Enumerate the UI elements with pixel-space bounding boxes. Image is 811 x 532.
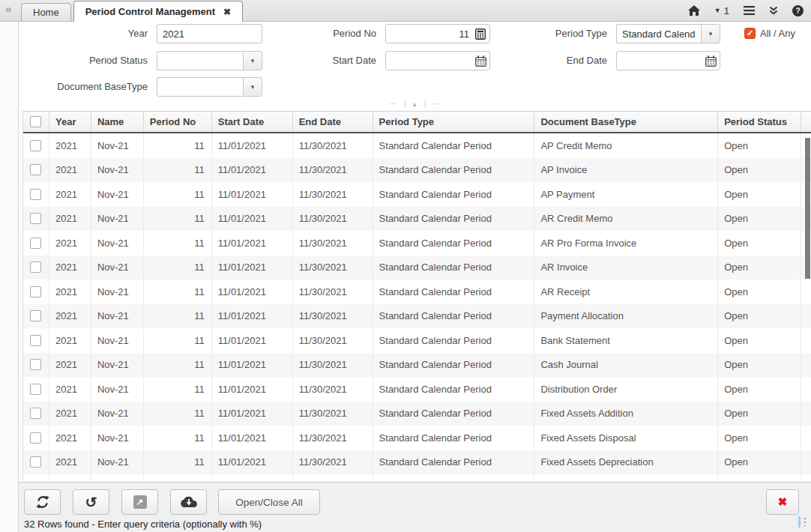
column-header-document-basetype[interactable]: Document BaseType bbox=[534, 112, 718, 132]
row-checkbox[interactable] bbox=[30, 456, 41, 468]
all-any-checkbox[interactable]: ✓ All / Any bbox=[744, 28, 795, 39]
end-date-field-wrap bbox=[616, 51, 720, 70]
cell-period-no: 11 bbox=[144, 377, 212, 402]
column-header-year[interactable]: Year bbox=[49, 112, 91, 132]
period-type-input[interactable] bbox=[616, 24, 701, 43]
row-checkbox[interactable] bbox=[30, 140, 41, 151]
table-row[interactable]: 2021 Nov-21 11 11/01/2021 11/30/2021 Sta… bbox=[23, 353, 811, 378]
row-checkbox[interactable] bbox=[30, 432, 41, 444]
cell-period-status: Open bbox=[718, 231, 801, 256]
table-row[interactable]: 2021 Nov-21 11 11/01/2021 11/30/2021 Sta… bbox=[23, 133, 811, 158]
undo-button[interactable]: ↺ bbox=[73, 489, 109, 515]
tab-close-icon[interactable]: ✖ bbox=[223, 7, 231, 17]
row-checkbox[interactable] bbox=[30, 408, 41, 419]
table-row[interactable]: 2021 Nov-21 11 11/01/2021 11/30/2021 Sta… bbox=[23, 207, 811, 232]
table-row[interactable]: 2021 Nov-21 11 11/01/2021 11/30/2021 Sta… bbox=[23, 256, 811, 280]
table-row[interactable]: 2021 Nov-21 11 11/01/2021 11/30/2021 Sta… bbox=[23, 426, 811, 450]
end-date-label: End Date bbox=[476, 51, 607, 70]
cell-year: 2021 bbox=[49, 158, 91, 183]
cell-end-date: 11/30/2021 bbox=[293, 207, 373, 232]
period-type-dropdown-button[interactable]: ▾ bbox=[701, 24, 720, 43]
table-row[interactable]: 2021 Nov-21 11 11/01/2021 11/30/2021 Sta… bbox=[23, 279, 811, 304]
all-any-label: All / Any bbox=[760, 28, 795, 39]
tab-strip: Home Period Control Management ✖ bbox=[21, 0, 245, 21]
row-checkbox-cell bbox=[23, 304, 49, 329]
open-close-all-button[interactable]: Open/Close All bbox=[218, 489, 320, 515]
row-checkbox-cell bbox=[23, 158, 49, 183]
select-all-checkbox[interactable] bbox=[30, 116, 41, 127]
collapse-header-button[interactable] bbox=[769, 6, 778, 15]
column-header-period-status[interactable]: Period Status bbox=[718, 112, 801, 132]
home-icon bbox=[688, 5, 700, 16]
cell-start-date: 11/01/2021 bbox=[212, 328, 293, 353]
cell-period-no: 11 bbox=[144, 402, 212, 426]
row-checkbox[interactable] bbox=[30, 310, 41, 321]
cell-period-status: Open bbox=[718, 450, 801, 475]
table-row[interactable]: 2021 Nov-21 11 11/01/2021 11/30/2021 Sta… bbox=[23, 450, 811, 475]
splitter-grip-left[interactable]: ⋯ bbox=[389, 100, 397, 108]
row-checkbox[interactable] bbox=[30, 359, 41, 370]
cell-start-date: 11/01/2021 bbox=[212, 279, 293, 304]
cell-year: 2021 bbox=[49, 328, 91, 353]
row-checkbox[interactable] bbox=[30, 384, 41, 395]
row-checkbox[interactable] bbox=[30, 213, 41, 224]
row-checkbox[interactable] bbox=[30, 164, 41, 175]
splitter-grip-right[interactable]: ⋯ bbox=[432, 100, 441, 108]
column-header-end-date[interactable]: End Date bbox=[293, 112, 373, 132]
expand-west-panel-icon[interactable]: » bbox=[5, 2, 11, 15]
cell-name: Nov-21 bbox=[91, 304, 144, 329]
row-checkbox[interactable] bbox=[30, 238, 41, 249]
table-header: Year Name Period No Start Date End Date … bbox=[23, 111, 811, 133]
table-row[interactable]: 2021 Nov-21 11 11/01/2021 11/30/2021 Sta… bbox=[23, 158, 811, 183]
cell-document-basetype: AP Credit Memo bbox=[534, 133, 718, 158]
table-row[interactable]: 2021 Nov-21 11 11/01/2021 11/30/2021 Sta… bbox=[23, 304, 811, 329]
help-icon[interactable]: ? bbox=[792, 5, 804, 16]
document-basetype-input[interactable] bbox=[157, 77, 243, 97]
undo-icon: ↺ bbox=[85, 495, 97, 510]
cell-period-no: 11 bbox=[144, 231, 212, 256]
table-row[interactable]: 2021 Nov-21 11 11/01/2021 11/30/2021 Sta… bbox=[23, 377, 811, 402]
home-button[interactable] bbox=[688, 5, 700, 16]
table-row[interactable]: 2021 Nov-21 11 11/01/2021 11/30/2021 Sta… bbox=[23, 182, 811, 207]
cell bbox=[718, 474, 801, 482]
statusbar-resize-handle[interactable] bbox=[798, 516, 801, 528]
row-checkbox[interactable] bbox=[30, 286, 41, 297]
requery-button[interactable] bbox=[24, 489, 61, 515]
tab-home[interactable]: Home bbox=[21, 3, 71, 21]
column-header-start-date[interactable]: Start Date bbox=[212, 112, 293, 132]
collapsed-west-panel[interactable] bbox=[0, 22, 19, 532]
splitter-collapse-button[interactable]: ▴ bbox=[412, 100, 417, 108]
column-header-period-no[interactable]: Period No bbox=[144, 112, 212, 132]
window-list-dropdown[interactable]: ▼ 1 bbox=[714, 5, 729, 16]
tabbar-right-icons: ▼ 1 ? bbox=[688, 0, 804, 21]
menu-button[interactable] bbox=[744, 6, 755, 15]
document-basetype-dropdown-button[interactable]: ▾ bbox=[243, 77, 262, 97]
column-header-period-type[interactable]: Period Type bbox=[373, 112, 535, 132]
table-row[interactable]: 2021 Nov-21 11 11/01/2021 11/30/2021 Sta… bbox=[23, 402, 811, 426]
cell-end-date: 11/30/2021 bbox=[293, 158, 373, 183]
cell-gutter bbox=[801, 328, 811, 353]
caret-down-icon: ▾ bbox=[251, 83, 255, 91]
column-header-name[interactable]: Name bbox=[91, 112, 144, 132]
cell-gutter bbox=[801, 353, 811, 378]
period-status-input[interactable] bbox=[157, 51, 243, 70]
close-window-button[interactable]: ✖ bbox=[766, 489, 799, 515]
table-scrollbar[interactable] bbox=[805, 138, 810, 279]
table-row[interactable]: 2021 Nov-21 11 11/01/2021 11/30/2021 Sta… bbox=[23, 231, 811, 256]
row-checkbox[interactable] bbox=[30, 335, 41, 346]
table-row[interactable]: 2021 Nov-21 11 11/01/2021 11/30/2021 Sta… bbox=[23, 328, 811, 353]
row-checkbox[interactable] bbox=[30, 189, 41, 200]
export-button[interactable]: ↗ bbox=[121, 489, 158, 515]
cell-document-basetype: Cash Journal bbox=[534, 353, 718, 378]
cell-period-no: 11 bbox=[144, 304, 212, 329]
row-checkbox-cell bbox=[23, 182, 49, 207]
download-button[interactable] bbox=[170, 489, 207, 515]
row-checkbox[interactable] bbox=[30, 262, 41, 273]
tab-period-control-management[interactable]: Period Control Management ✖ bbox=[73, 1, 243, 22]
window-count: 1 bbox=[724, 5, 729, 16]
cell-period-type: Standard Calendar Period bbox=[373, 158, 535, 183]
panel-splitter: ⋯ | ▴ | ⋯ bbox=[19, 97, 811, 109]
end-date-calendar-button[interactable] bbox=[704, 55, 717, 67]
cell-period-type: Standard Calendar Period bbox=[373, 304, 535, 329]
cell-period-status: Open bbox=[718, 133, 801, 158]
